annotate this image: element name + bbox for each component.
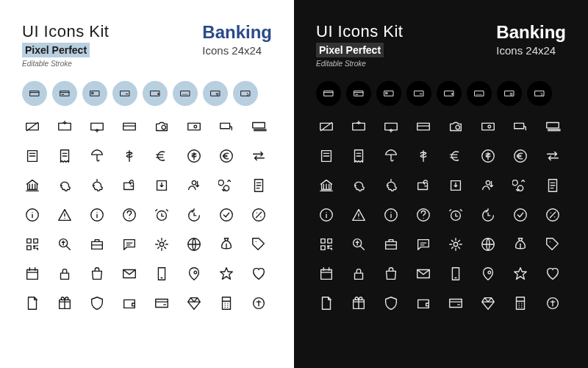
cash-icon	[184, 116, 204, 137]
camera-icon	[151, 116, 172, 137]
piggy-icon	[54, 175, 75, 196]
card-icon	[119, 116, 140, 137]
percent-icon	[542, 205, 563, 225]
briefcase-icon	[381, 234, 401, 255]
coins-swap-icon	[510, 175, 531, 196]
card-basic-icon	[22, 81, 47, 106]
kit-subtitle: Pixel Perfect	[316, 43, 384, 57]
card-line-icon	[52, 81, 77, 106]
transfer-icon	[248, 146, 269, 166]
wallet-icon	[119, 293, 140, 314]
info-icon	[87, 205, 107, 225]
deposit-icon	[445, 175, 466, 196]
search-dollar-icon	[348, 234, 369, 255]
user-money-icon	[478, 175, 498, 196]
tag-icon	[248, 234, 269, 255]
alarm-icon	[151, 205, 172, 225]
shield-icon	[87, 293, 107, 314]
header: UI Icons Kit Pixel Perfect Editable Stro…	[316, 22, 566, 68]
card-chip-icon	[82, 81, 107, 106]
deposit-icon	[151, 175, 172, 196]
card-slash-icon	[22, 116, 43, 137]
qr-icon	[22, 234, 43, 255]
globe-icon	[478, 234, 498, 255]
calendar-icon	[316, 263, 337, 284]
card-up-icon	[381, 116, 401, 137]
card-tag-icon	[233, 81, 258, 106]
euro-icon	[151, 146, 172, 166]
chat-icon	[119, 234, 140, 255]
card-dots-icon	[173, 81, 198, 106]
kit-editable: Editable Stroke	[316, 60, 403, 68]
card-alt-icon	[445, 293, 466, 314]
icon-grid	[316, 116, 566, 314]
card-chip-icon	[376, 81, 401, 106]
card-down-icon	[54, 116, 75, 137]
dark-panel: UI Icons Kit Pixel Perfect Editable Stro…	[294, 0, 588, 368]
document-icon	[316, 293, 337, 314]
kit-title: UI Icons Kit	[316, 22, 403, 41]
cash-icon	[478, 116, 498, 137]
kit-editable: Editable Stroke	[22, 60, 109, 68]
money-bag-icon	[510, 234, 531, 255]
card-chat-icon	[406, 81, 431, 106]
money-bag-icon	[216, 234, 237, 255]
statement-icon	[248, 175, 269, 196]
heart-icon	[248, 263, 269, 284]
calculator-icon	[216, 293, 237, 314]
briefcase-icon	[87, 234, 107, 255]
chat-icon	[413, 234, 434, 255]
cash-stack-icon	[248, 116, 269, 137]
info-circle-icon	[22, 205, 43, 225]
atm-icon	[22, 146, 43, 166]
phone-icon	[445, 263, 466, 284]
star-icon	[216, 263, 237, 284]
card-tag-icon	[527, 81, 552, 106]
card-basic-icon	[316, 81, 341, 106]
piggy-coin-icon	[381, 175, 401, 196]
history-icon	[184, 205, 204, 225]
euro-circle-icon	[216, 146, 237, 166]
umbrella-icon	[381, 146, 401, 166]
card-heart-icon	[203, 81, 228, 106]
category-title: Banking	[496, 22, 566, 43]
card-up-icon	[87, 116, 107, 137]
calculator-icon	[510, 293, 531, 314]
dimensions-label: Icons 24x24	[496, 44, 566, 57]
transfer-icon	[542, 146, 563, 166]
card-plus-icon	[437, 81, 462, 106]
piggy-coin-icon	[87, 175, 107, 196]
header: UI Icons Kit Pixel Perfect Editable Stro…	[22, 22, 272, 68]
header-right: Banking Icons 24x24	[202, 22, 272, 57]
phone-icon	[151, 263, 172, 284]
dimensions-label: Icons 24x24	[202, 44, 272, 57]
card-plus-icon	[143, 81, 168, 106]
check-circle-icon	[216, 205, 237, 225]
card-line-icon	[346, 81, 371, 106]
history-icon	[478, 205, 498, 225]
card-chat-icon	[112, 81, 137, 106]
dollar-icon	[119, 146, 140, 166]
category-title: Banking	[202, 22, 272, 43]
cash-stack-icon	[542, 116, 563, 137]
gear-icon	[151, 234, 172, 255]
wallet-sync-icon	[413, 175, 434, 196]
shield-icon	[381, 293, 401, 314]
warning-icon	[54, 205, 75, 225]
icon-grid	[22, 116, 272, 314]
kit-subtitle: Pixel Perfect	[22, 43, 90, 57]
light-panel: UI Icons Kit Pixel Perfect Editable Stro…	[0, 0, 294, 368]
card-down-icon	[348, 116, 369, 137]
warning-icon	[348, 205, 369, 225]
alarm-icon	[445, 205, 466, 225]
card-dots-icon	[467, 81, 492, 106]
euro-icon	[445, 146, 466, 166]
card-heart-icon	[497, 81, 522, 106]
shopping-bag-icon	[381, 263, 401, 284]
card-slash-icon	[316, 116, 337, 137]
pin-icon	[184, 263, 204, 284]
card-icon	[413, 116, 434, 137]
camera-icon	[445, 116, 466, 137]
star-icon	[510, 263, 531, 284]
diamond-icon	[478, 293, 498, 314]
